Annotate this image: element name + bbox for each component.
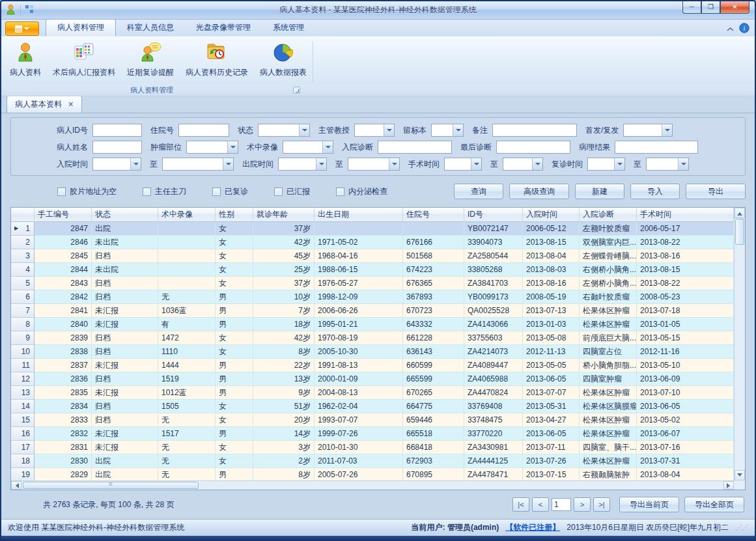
revisit-date-from-combo[interactable] — [587, 158, 625, 171]
chevron-down-icon[interactable] — [614, 158, 624, 170]
table-row[interactable]: 5 2843 归档 女 37岁 1976-05-27 676365 ZA3841… — [11, 277, 734, 290]
ribbon-tab-staff-info[interactable]: 科室人员信息 — [116, 20, 185, 36]
grid-column-header[interactable]: 状态 — [92, 208, 158, 222]
pathology-result-input[interactable] — [615, 141, 698, 154]
page-number-input[interactable] — [552, 498, 571, 511]
vertical-scrollbar[interactable] — [734, 208, 745, 480]
resize-grip-icon[interactable]: ⋰⋰ — [735, 523, 748, 532]
scroll-up-icon[interactable] — [735, 208, 745, 218]
chevron-down-icon[interactable] — [223, 158, 233, 170]
export-all-pages-button[interactable]: 导出全部页 — [684, 497, 744, 512]
close-tab-icon[interactable]: ✕ — [68, 100, 74, 109]
table-row[interactable]: 2 2846 未出院 女 42岁 1971-05-02 676166 33904… — [11, 236, 734, 249]
quick-access-toolbar-icon[interactable] — [25, 5, 34, 16]
grid-column-header[interactable]: 入院诊断 — [580, 208, 637, 222]
chevron-down-icon[interactable] — [662, 124, 672, 136]
table-row[interactable]: 12 2836 归档 1519 男 13岁 2000-01-09 665599 … — [11, 372, 734, 386]
ribbon-tab-system-management[interactable]: 系统管理 — [262, 20, 315, 36]
grid-column-header[interactable]: ID号 — [464, 208, 523, 222]
export-current-page-button[interactable]: 导出当前页 — [619, 497, 679, 512]
first-recur-combo[interactable] — [623, 124, 673, 137]
chevron-down-icon[interactable] — [471, 158, 481, 170]
patient-id-input[interactable] — [92, 124, 142, 137]
admit-date-from-combo[interactable] — [92, 158, 141, 171]
ribbon-tab-disc-tape-management[interactable]: 光盘录像带管理 — [185, 20, 262, 36]
table-row[interactable]: 3 2845 归档 女 45岁 1968-04-16 501568 ZA2580… — [11, 249, 734, 263]
professor-combo[interactable] — [354, 124, 395, 137]
remark-input[interactable] — [492, 124, 577, 137]
final-diagnosis-input[interactable] — [496, 141, 570, 154]
data-report-button[interactable]: 病人数据报表 — [254, 38, 313, 85]
chevron-down-icon[interactable] — [130, 158, 141, 170]
application-menu-button[interactable] — [5, 21, 39, 36]
specimen-combo[interactable] — [431, 124, 464, 137]
table-row[interactable]: 9 2839 归档 1472 女 42岁 1970-08-19 661228 3… — [11, 331, 734, 345]
table-row[interactable]: 4 2844 未出院 女 25岁 1988-06-15 674223 33805… — [11, 263, 734, 277]
tab-patient-basic-info[interactable]: 病人基本资料 ✕ — [7, 96, 82, 113]
table-row[interactable]: 13 2835 未汇报 1012蓝 男 9岁 2004-08-13 670265… — [11, 386, 734, 400]
table-row[interactable]: 10 2838 归档 1110 女 8岁 2005-10-30 636143 Z… — [11, 345, 734, 359]
inpatient-no-input[interactable] — [178, 124, 229, 137]
admit-diagnosis-input[interactable] — [378, 141, 452, 154]
discharge-date-from-combo[interactable] — [278, 158, 327, 171]
info-icon[interactable]: i — [739, 23, 749, 35]
table-row[interactable]: 7 2841 未汇报 1036蓝 男 7岁 2006-06-26 670723 … — [11, 304, 734, 318]
grid-column-header[interactable]: 住院号 — [403, 208, 464, 222]
chevron-down-icon[interactable] — [453, 124, 463, 136]
tumor-site-combo[interactable] — [186, 141, 238, 154]
table-row[interactable]: 1 2847 出院 女 37岁 YB0072147 2006-05-12 左额叶… — [11, 222, 734, 236]
close-button[interactable]: ✕ — [720, 1, 749, 14]
table-row[interactable]: 17 2831 未汇报 无 女 3岁 2010-01-30 668418 ZA3… — [11, 441, 734, 454]
export-button[interactable]: 导出 — [686, 184, 746, 199]
import-button[interactable]: 导入 — [630, 184, 680, 199]
status-combo[interactable] — [258, 124, 310, 137]
scroll-right-icon[interactable] — [723, 481, 734, 490]
software-registered-link[interactable]: 【软件已注册】 — [505, 522, 560, 533]
admit-date-to-combo[interactable] — [162, 158, 234, 171]
chevron-down-icon[interactable] — [678, 158, 688, 170]
advanced-query-button[interactable]: 高级查询 — [509, 184, 569, 199]
collapse-ribbon-icon[interactable] — [727, 25, 734, 33]
table-row[interactable]: 11 2837 未汇报 1444 男 22岁 1991-08-13 660599… — [11, 359, 734, 372]
query-button[interactable]: 查询 — [454, 184, 503, 199]
chevron-down-icon[interactable] — [299, 124, 309, 136]
checkbox-revisited[interactable]: 已复诊 — [212, 186, 248, 197]
chevron-down-icon[interactable] — [316, 158, 326, 170]
new-button[interactable]: 新建 — [575, 184, 624, 199]
chevron-down-icon[interactable] — [384, 124, 394, 136]
revisit-date-to-combo[interactable] — [646, 158, 689, 171]
next-page-button[interactable]: > — [574, 497, 591, 512]
last-page-button[interactable]: >| — [593, 497, 610, 512]
table-row[interactable]: 19 2829 出院 无 男 8岁 2005-07-26 670895 ZA44… — [11, 468, 734, 480]
horizontal-scroll-thumb[interactable] — [23, 482, 199, 489]
surgery-date-from-combo[interactable] — [444, 158, 482, 171]
table-row[interactable]: 14 2834 归档 1505 女 51岁 1962-02-04 664775 … — [11, 400, 734, 413]
scroll-left-icon[interactable] — [11, 481, 21, 490]
table-row[interactable]: 16 2832 未汇报 1517 男 14岁 1999-07-26 665518… — [11, 427, 734, 441]
grid-column-header[interactable]: 手术时间 — [637, 208, 734, 222]
surgery-video-combo[interactable] — [283, 141, 333, 154]
chevron-down-icon[interactable] — [227, 141, 238, 153]
first-page-button[interactable]: |< — [512, 497, 529, 512]
revisit-reminder-button[interactable]: 近期复诊提醒 — [121, 38, 180, 85]
discharge-date-to-combo[interactable] — [348, 158, 400, 171]
grid-column-header[interactable] — [11, 208, 35, 222]
history-record-button[interactable]: 病人资料历史记录 — [180, 38, 254, 85]
grid-column-header[interactable]: 出生日期 — [315, 208, 403, 222]
table-row[interactable]: 8 2840 未汇报 有 男 18岁 1995-01-21 643332 ZA4… — [11, 318, 734, 331]
chevron-down-icon[interactable] — [532, 158, 542, 170]
postop-report-button[interactable]: 术后病人汇报资料 — [47, 38, 121, 85]
horizontal-scrollbar[interactable] — [11, 480, 734, 490]
scroll-down-icon[interactable] — [735, 470, 745, 480]
patient-name-input[interactable] — [92, 141, 142, 154]
ribbon-tab-patient-management[interactable]: 病人资料管理 — [46, 19, 116, 36]
prev-page-button[interactable]: < — [532, 497, 549, 512]
table-row[interactable]: 18 2830 出院 无 女 2岁 2011-07-03 672903 ZA44… — [11, 454, 734, 468]
grid-column-header[interactable]: 术中录像 — [158, 208, 216, 222]
dialog-launcher-icon[interactable] — [293, 87, 300, 94]
surgery-date-to-combo[interactable] — [503, 158, 543, 171]
chevron-down-icon[interactable] — [389, 158, 399, 170]
grid-column-header[interactable]: 就诊年龄 — [253, 208, 315, 222]
vertical-scroll-thumb[interactable] — [735, 219, 744, 245]
grid-column-header[interactable]: 性别 — [216, 208, 253, 222]
